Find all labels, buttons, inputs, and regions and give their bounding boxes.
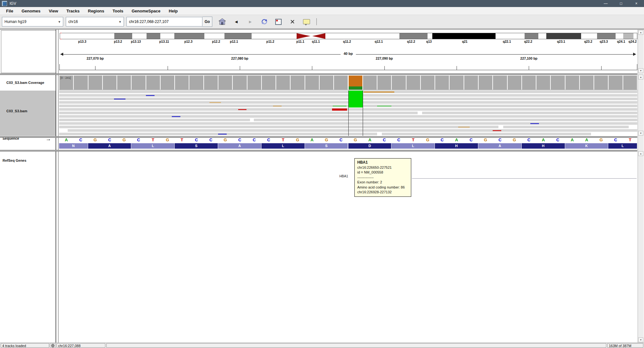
sequence-base: T: [406, 137, 420, 143]
tooltip-line: id = NM_000558: [357, 170, 408, 175]
refresh-icon[interactable]: [260, 18, 269, 26]
read-segment: [68, 129, 637, 132]
menu-item-tracks[interactable]: Tracks: [62, 9, 84, 13]
gene-line[interactable]: [412, 178, 637, 179]
ideogram-band: [147, 33, 160, 39]
ruler-tick: [168, 66, 168, 70]
sequence-base: T: [146, 137, 160, 143]
home-icon[interactable]: [218, 18, 226, 26]
close-button[interactable]: ×: [629, 0, 644, 7]
band-label-q12.2: q12.2: [407, 40, 415, 43]
coverage-fill: [565, 76, 579, 90]
aminoacid-block: H: [435, 143, 478, 149]
gene-name-label[interactable]: HBA1: [339, 174, 348, 178]
maximize-button[interactable]: □: [613, 0, 629, 7]
coverage-fill: [305, 76, 319, 90]
coverage-bar: [507, 76, 522, 90]
coverage-fill: [536, 76, 550, 90]
sequence-base: G: [348, 137, 363, 143]
read-mismatch-mark: [209, 102, 221, 103]
ideogram-band: [252, 33, 297, 39]
coverage-bar: [377, 76, 391, 90]
scroll-down-icon[interactable]: ▼: [638, 131, 643, 136]
band-label-q23.1: q23.1: [557, 40, 565, 43]
region-tool-icon[interactable]: [274, 18, 283, 26]
sequence-base: C: [550, 137, 565, 143]
aminoacid-block: K: [565, 143, 609, 149]
refseq-track-label[interactable]: RefSeq Genes: [3, 159, 27, 162]
coverage-bar: [305, 76, 319, 90]
band-label-q22.1: q22.1: [503, 40, 511, 43]
chromosome-select[interactable]: chr16 ▼: [66, 17, 124, 26]
aminoacid-block: L: [261, 143, 305, 149]
read-mismatch-mark: [377, 106, 391, 107]
scroll-up-icon[interactable]: ▲: [638, 151, 643, 156]
alignment-track[interactable]: [59, 91, 637, 136]
menu-item-tools[interactable]: Tools: [109, 9, 128, 13]
resize-tool-icon[interactable]: [288, 18, 297, 26]
coverage-fill: [377, 76, 391, 90]
scroll-up-icon[interactable]: ▲: [638, 75, 643, 79]
ideogram-band: [114, 33, 132, 39]
go-button[interactable]: Go: [202, 17, 212, 27]
scroll-down-icon[interactable]: ▼: [638, 337, 643, 342]
alignment-track-label[interactable]: C03_S3.bam: [6, 109, 27, 113]
coverage-fill: [161, 76, 174, 90]
read-mismatch-mark: [238, 109, 246, 110]
gene-tooltip: HBA1 chr16:226650-227521id = NM_000558--…: [354, 158, 411, 197]
variant-column-highlight[interactable]: [348, 91, 363, 107]
sequence-base: C: [247, 137, 261, 143]
band-label-p12.3: p12.3: [184, 40, 193, 43]
tooltip-title: HBA1: [357, 160, 408, 165]
chromosome-ideogram[interactable]: [60, 33, 637, 39]
coverage-bar: [319, 76, 334, 90]
genome-select[interactable]: Human hg19 ▼: [2, 17, 63, 26]
sequence-base: C: [232, 137, 247, 143]
sequence-base: C: [102, 137, 117, 143]
forward-arrow-icon[interactable]: ►: [246, 18, 254, 26]
band-label-q23.2: q23.2: [584, 40, 592, 43]
sequence-base: G: [319, 137, 334, 143]
aminoacid-track[interactable]: NALSALSDLHAHKL: [59, 143, 637, 149]
coverage-track[interactable]: [0 - 241]: [59, 76, 637, 90]
sequence-base: C: [204, 137, 218, 143]
menu-item-view[interactable]: View: [45, 9, 62, 13]
read-mismatch-mark: [530, 123, 539, 124]
band-label-q24.2: q24.2: [629, 40, 637, 43]
menu-item-genomespace[interactable]: GenomeSpace: [127, 9, 164, 13]
scroll-up-icon[interactable]: ▲: [638, 30, 643, 35]
coverage-bar: [131, 76, 146, 90]
read-mismatch-mark: [333, 106, 346, 107]
window-title: IGV: [10, 1, 16, 6]
sequence-base: A: [305, 137, 319, 143]
coverage-bar: [580, 76, 594, 90]
aminoacid-block: A: [478, 143, 522, 149]
sequence-base: A: [449, 137, 464, 143]
panel-divider[interactable]: [58, 30, 58, 343]
coverage-fill: [363, 76, 377, 90]
locus-input[interactable]: [126, 17, 202, 26]
section-divider: [0, 73, 637, 75]
sequence-base: G: [507, 137, 522, 143]
coverage-bar: [493, 76, 507, 90]
menu-item-help[interactable]: Help: [165, 9, 182, 13]
scroll-down-icon[interactable]: ▼: [638, 68, 643, 73]
sequence-base: A: [565, 137, 580, 143]
sequence-track[interactable]: ACGCGCTGTCCGCCCTGAGCGACCTGCACGCGCACAAGCT: [59, 137, 637, 143]
back-arrow-icon[interactable]: ◄: [232, 18, 240, 26]
coverage-track-label[interactable]: C03_S3.bam Coverage: [6, 81, 44, 85]
vertical-scrollbar[interactable]: ▲ ▼ ▲ ▼ ▲ ▼: [638, 30, 644, 343]
sequence-base: C: [435, 137, 449, 143]
menu-item-regions[interactable]: Regions: [84, 9, 108, 13]
read-mismatch-mark: [218, 134, 227, 135]
minimize-button[interactable]: —: [598, 0, 613, 7]
window-controls: — □ ×: [598, 0, 644, 7]
coverage-fill: [508, 76, 521, 90]
menu-item-genomes[interactable]: Genomes: [17, 9, 44, 13]
ideogram-band: [616, 33, 623, 39]
ideogram-band: [174, 33, 204, 39]
menu-item-file[interactable]: File: [2, 9, 17, 13]
aminoacid-block: A: [218, 143, 261, 149]
coverage-fill: [551, 76, 564, 90]
comment-bubble-icon[interactable]: [302, 18, 311, 26]
